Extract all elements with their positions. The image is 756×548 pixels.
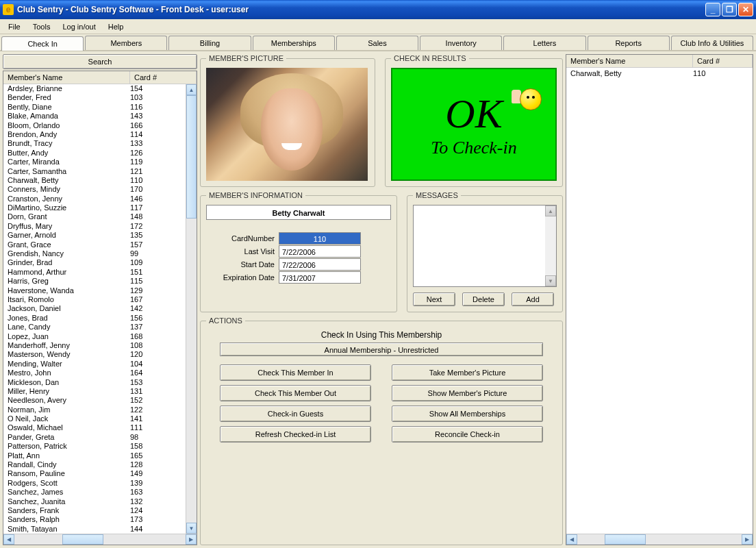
- member-row[interactable]: Sanders, Frank124: [3, 506, 186, 515]
- member-row[interactable]: Jones, Brad156: [3, 314, 186, 323]
- member-list-vscroll[interactable]: ▲ ▼: [186, 84, 197, 534]
- member-row[interactable]: Hammond, Arthur151: [3, 268, 186, 277]
- member-row[interactable]: Sanchez, James163: [3, 488, 186, 497]
- member-row[interactable]: Lane, Candy137: [3, 323, 186, 332]
- member-row[interactable]: Ardsley, Brianne154: [3, 84, 186, 93]
- col-card-number[interactable]: Card #: [130, 71, 197, 84]
- member-row[interactable]: Blake, Amanda143: [3, 112, 186, 121]
- maximize-button[interactable]: ❐: [722, 3, 737, 16]
- delete-button[interactable]: Delete: [462, 292, 505, 306]
- member-row[interactable]: Garner, Arnold135: [3, 231, 186, 240]
- member-row[interactable]: Needleson, Avery152: [3, 396, 186, 405]
- tab-members[interactable]: Members: [85, 36, 167, 50]
- expiration-field[interactable]: 7/31/2007: [279, 271, 361, 284]
- member-row[interactable]: Pander, Greta98: [3, 433, 186, 442]
- messages-scroll[interactable]: ▲ ▼: [545, 206, 556, 286]
- member-row[interactable]: Grant, Grace157: [3, 240, 186, 249]
- member-row[interactable]: Manderhoff, Jenny108: [3, 341, 186, 350]
- member-row[interactable]: Rodgers, Scott139: [3, 479, 186, 488]
- reconcile-button[interactable]: Reconcile Check-in: [392, 426, 543, 443]
- hscroll-thumb[interactable]: [62, 534, 103, 545]
- member-row[interactable]: Brendon, Andy114: [3, 130, 186, 139]
- add-button[interactable]: Add: [512, 292, 554, 306]
- member-row[interactable]: Platt, Ann165: [3, 451, 186, 460]
- member-row[interactable]: Cranston, Jenny146: [3, 195, 186, 203]
- menu-tools[interactable]: Tools: [27, 21, 56, 32]
- menu-loginout[interactable]: Log in/out: [57, 21, 101, 32]
- member-list-hscroll[interactable]: ◀ ▶: [3, 534, 197, 545]
- member-row[interactable]: DiMartino, Suzzie117: [3, 203, 186, 212]
- scroll-left-icon[interactable]: ◀: [3, 534, 14, 545]
- right-scroll-left-icon[interactable]: ◀: [566, 534, 577, 545]
- show-picture-button[interactable]: Show Member's Picture: [392, 385, 543, 401]
- member-row[interactable]: Ransom, Pauline149: [3, 469, 186, 478]
- member-row[interactable]: Carter, Miranda119: [3, 158, 186, 166]
- scroll-up-icon[interactable]: ▲: [186, 84, 197, 95]
- menu-help[interactable]: Help: [103, 21, 129, 32]
- member-row[interactable]: Grendish, Nancy99: [3, 249, 186, 258]
- rcol-card-number[interactable]: Card #: [693, 55, 753, 67]
- member-row[interactable]: Conners, Mindy170: [3, 185, 186, 194]
- member-row[interactable]: Brundt, Tracy133: [3, 139, 186, 148]
- tab-checkin[interactable]: Check In: [1, 36, 84, 51]
- member-row[interactable]: Bender, Fred103: [3, 93, 186, 102]
- member-row[interactable]: Grinder, Brad109: [3, 258, 186, 267]
- tab-reports[interactable]: Reports: [588, 36, 670, 50]
- member-row[interactable]: Oswald, Michael111: [3, 423, 186, 432]
- menu-file[interactable]: File: [3, 21, 26, 32]
- check-out-button[interactable]: Check This Member Out: [220, 385, 371, 401]
- member-row[interactable]: Bently, Diane116: [3, 103, 186, 112]
- msg-scroll-down-icon[interactable]: ▼: [545, 275, 556, 286]
- membership-selector[interactable]: Annual Membership - Unrestricted: [220, 342, 543, 356]
- search-button[interactable]: Search: [3, 54, 197, 69]
- tab-billing[interactable]: Billing: [168, 36, 251, 50]
- right-scroll-right-icon[interactable]: ▶: [742, 534, 753, 545]
- take-picture-button[interactable]: Take Member's Picture: [392, 364, 543, 381]
- member-row[interactable]: Sanchez, Juanita132: [3, 497, 186, 506]
- member-row[interactable]: Charwalt, Betty110: [3, 176, 186, 185]
- member-row[interactable]: Mending, Walter104: [3, 360, 186, 369]
- scroll-thumb[interactable]: [186, 95, 197, 219]
- member-row[interactable]: Sanders, Ralph173: [3, 515, 186, 524]
- member-row[interactable]: Randall, Cindy128: [3, 460, 186, 469]
- member-row[interactable]: Dorn, Grant148: [3, 212, 186, 221]
- next-button[interactable]: Next: [413, 292, 455, 306]
- member-row[interactable]: Carter, Samantha121: [3, 167, 186, 176]
- checkin-guests-button[interactable]: Check-in Guests: [220, 406, 371, 422]
- check-in-button[interactable]: Check This Member In: [220, 364, 371, 381]
- start-date-field[interactable]: 7/22/2006: [279, 258, 361, 271]
- member-row[interactable]: O Neil, Jack141: [3, 414, 186, 423]
- checked-in-row[interactable]: Charwalt, Betty110: [570, 69, 748, 77]
- right-hscroll-thumb[interactable]: [605, 534, 646, 545]
- checked-in-hscroll[interactable]: ◀ ▶: [566, 534, 753, 545]
- member-row[interactable]: Harris, Greg115: [3, 277, 186, 286]
- member-row[interactable]: Mickleson, Dan153: [3, 378, 186, 387]
- member-row[interactable]: Bloom, Orlando166: [3, 121, 186, 130]
- member-row[interactable]: Patterson, Patrick158: [3, 442, 186, 451]
- last-visit-field[interactable]: 7/22/2006: [279, 245, 361, 258]
- scroll-down-icon[interactable]: ▼: [186, 523, 197, 534]
- member-row[interactable]: Norman, Jim122: [3, 406, 186, 414]
- tab-inventory[interactable]: Inventory: [420, 36, 502, 50]
- member-row[interactable]: Butter, Andy126: [3, 149, 186, 158]
- refresh-list-button[interactable]: Refresh Checked-in List: [220, 426, 371, 443]
- col-member-name[interactable]: Member's Name: [3, 71, 130, 84]
- member-row[interactable]: Lopez, Juan168: [3, 332, 186, 341]
- member-row[interactable]: Smith, Tatayan144: [3, 525, 186, 534]
- minimize-button[interactable]: _: [705, 3, 720, 16]
- tab-letters[interactable]: Letters: [503, 36, 585, 50]
- member-row[interactable]: Haverstone, Wanda129: [3, 286, 186, 295]
- tab-clubinfo[interactable]: Club Info & Utilities: [671, 36, 753, 50]
- msg-scroll-up-icon[interactable]: ▲: [545, 206, 556, 216]
- rcol-member-name[interactable]: Member's Name: [566, 55, 693, 67]
- close-button[interactable]: ✕: [738, 3, 753, 16]
- tab-memberships[interactable]: Memberships: [253, 36, 335, 50]
- member-row[interactable]: Jackson, Daniel142: [3, 304, 186, 313]
- member-row[interactable]: Miller, Henry131: [3, 387, 186, 396]
- member-row[interactable]: Itsari, Romolo167: [3, 295, 186, 304]
- scroll-right-icon[interactable]: ▶: [186, 534, 197, 545]
- card-number-field[interactable]: 110: [279, 232, 361, 245]
- tab-sales[interactable]: Sales: [336, 36, 418, 50]
- messages-textarea[interactable]: ▲ ▼: [413, 205, 557, 287]
- member-row[interactable]: Dryffus, Mary172: [3, 222, 186, 231]
